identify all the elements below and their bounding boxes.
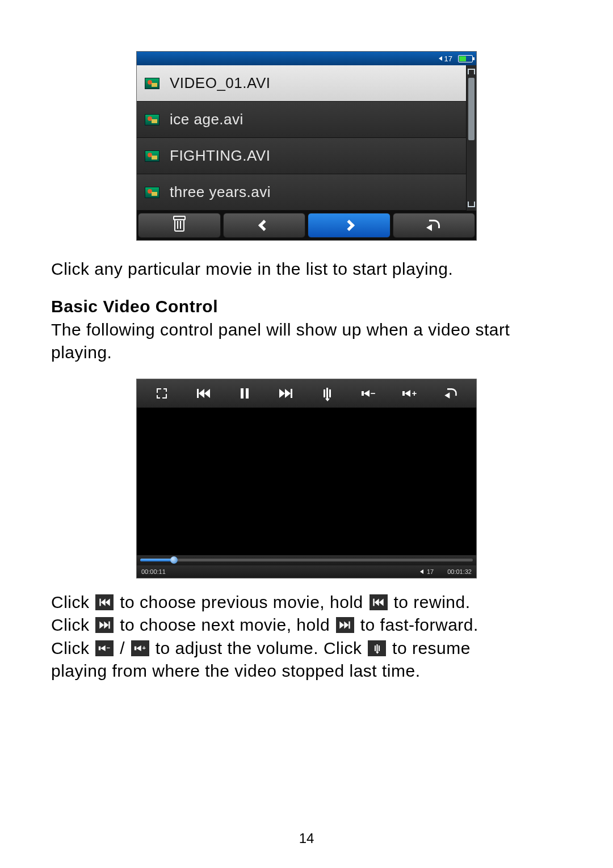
video-file-icon	[145, 78, 159, 89]
list-item[interactable]: VIDEO_01.AVI	[137, 65, 466, 102]
return-icon	[444, 388, 457, 399]
list-item[interactable]: FIGHTING.AVI	[137, 138, 466, 174]
file-name: ice age.avi	[170, 111, 243, 128]
return-icon	[426, 220, 441, 231]
volume-down-button[interactable]: −	[358, 383, 379, 404]
section-heading: Basic Video Control	[51, 297, 562, 316]
video-file-icon	[145, 187, 159, 198]
volume-indicator: 17	[439, 54, 452, 63]
file-list: VIDEO_01.AVI ice age.avi FIGHTING.AVI th…	[137, 65, 476, 211]
progress-knob[interactable]	[170, 556, 178, 564]
video-player-screenshot: − + 00:00:11 17 00:01:32	[136, 379, 477, 578]
player-control-bar: − +	[137, 379, 476, 408]
duration-time: 00:01:32	[447, 568, 472, 575]
video-list-screenshot: 17 VIDEO_01.AVI ice age.avi FIGHTING.AVI…	[136, 51, 477, 241]
progress-track[interactable]	[140, 559, 473, 561]
chevron-left-icon	[258, 220, 270, 231]
status-bar: 17	[137, 52, 476, 65]
speaker-icon	[439, 56, 442, 61]
instructions-text: Click to choose previous movie, hold to …	[51, 591, 562, 683]
scrollbar-thumb[interactable]	[468, 78, 475, 140]
player-volume: 17	[427, 568, 434, 575]
elapsed-time: 00:00:11	[141, 568, 166, 575]
volume-value: 17	[444, 54, 452, 63]
chevron-right-icon	[343, 220, 355, 231]
next-icon-chip	[95, 617, 114, 633]
list-item[interactable]: three years.avi	[137, 174, 466, 211]
bookmark-button[interactable]	[317, 383, 337, 404]
section-subhead: The following control panel will show up…	[51, 318, 562, 364]
vol-up-chip: +	[131, 640, 149, 656]
video-file-icon	[145, 150, 159, 162]
file-name: FIGHTING.AVI	[170, 147, 270, 165]
previous-button[interactable]	[193, 383, 213, 404]
return-button[interactable]	[393, 213, 476, 238]
prev-icon-chip	[370, 594, 388, 610]
return-button[interactable]	[441, 383, 461, 404]
prev-icon-chip	[95, 594, 114, 610]
next-icon-chip	[336, 617, 354, 633]
file-name: three years.avi	[170, 183, 271, 201]
next-page-button[interactable]	[308, 213, 391, 238]
skip-prev-icon	[197, 389, 210, 398]
scrollbar[interactable]	[466, 65, 476, 211]
pause-button[interactable]	[234, 383, 255, 404]
video-canvas	[137, 408, 476, 555]
progress-fill	[140, 559, 174, 561]
skip-next-icon	[279, 389, 292, 398]
pause-icon	[241, 388, 249, 399]
video-file-icon	[145, 114, 159, 125]
intro-text: Click any particular movie in the list t…	[51, 258, 562, 281]
page-number: 14	[0, 831, 613, 846]
bookmark-icon	[324, 388, 331, 399]
battery-icon	[458, 55, 473, 62]
volume-up-icon: +	[402, 388, 417, 398]
prev-page-button[interactable]	[223, 213, 306, 238]
volume-up-button[interactable]: +	[400, 383, 420, 404]
fullscreen-button[interactable]	[152, 383, 172, 404]
file-name: VIDEO_01.AVI	[170, 74, 271, 92]
speaker-icon	[420, 569, 423, 574]
trash-icon	[174, 219, 184, 232]
next-button[interactable]	[276, 383, 296, 404]
vol-down-chip: −	[95, 640, 114, 656]
player-info-bar: 00:00:11 17 00:01:32	[137, 565, 476, 578]
expand-icon	[157, 388, 167, 399]
bottom-toolbar	[137, 211, 476, 240]
progress-bar[interactable]	[137, 555, 476, 565]
bookmark-chip	[368, 640, 386, 656]
delete-button[interactable]	[138, 213, 221, 238]
list-item[interactable]: ice age.avi	[137, 102, 466, 138]
volume-down-icon: −	[362, 388, 376, 398]
